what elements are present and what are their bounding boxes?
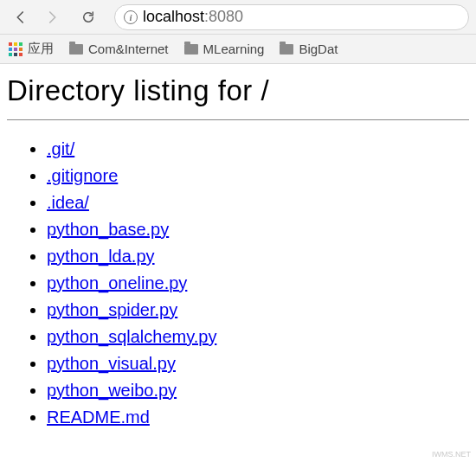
directory-list: .git/.gitignore.idea/python_base.pypytho… [7, 136, 469, 431]
arrow-left-icon [13, 10, 29, 25]
watermark: IWMS.NET [432, 450, 471, 459]
directory-link[interactable]: python_visual.py [47, 354, 176, 373]
bookmark-folder[interactable]: Com&Internet [69, 42, 169, 56]
reload-button[interactable] [74, 3, 102, 31]
folder-icon [184, 44, 198, 55]
folder-icon [280, 44, 293, 55]
bookmark-folder[interactable]: MLearning [184, 42, 265, 56]
directory-link[interactable]: python_weibo.py [47, 381, 177, 400]
list-item: python_lda.py [47, 243, 469, 270]
list-item: README.md [47, 404, 469, 431]
apps-label: 应用 [28, 41, 54, 57]
page-content: Directory listing for / .git/.gitignore.… [0, 64, 476, 436]
back-button[interactable] [7, 3, 35, 31]
list-item: .idea/ [47, 189, 469, 216]
url-port: :8080 [204, 8, 243, 25]
arrow-right-icon [44, 10, 60, 25]
bookmark-label: Com&Internet [88, 42, 169, 56]
directory-link[interactable]: .idea/ [47, 193, 89, 212]
directory-link[interactable]: python_lda.py [47, 247, 155, 266]
list-item: python_weibo.py [47, 377, 469, 404]
list-item: python_base.py [47, 216, 469, 243]
directory-link[interactable]: README.md [47, 407, 150, 427]
horizontal-rule [7, 119, 469, 120]
bookmark-label: BigDat [299, 42, 338, 56]
apps-icon [9, 42, 23, 56]
bookmark-label: MLearning [203, 42, 265, 56]
list-item: .git/ [47, 136, 469, 163]
url-host: localhost [143, 8, 204, 25]
directory-link[interactable]: python_spider.py [47, 300, 177, 319]
url-text: localhost:8080 [143, 8, 243, 26]
reload-icon [80, 10, 96, 25]
address-bar[interactable]: localhost:8080 [114, 4, 469, 30]
directory-link[interactable]: .git/ [47, 139, 74, 158]
browser-toolbar: localhost:8080 [0, 0, 476, 35]
bookmarks-bar: 应用 Com&Internet MLearning BigDat [0, 35, 476, 64]
info-icon[interactable] [124, 10, 138, 24]
list-item: python_visual.py [47, 350, 469, 377]
page-title: Directory listing for / [7, 74, 469, 107]
apps-button[interactable]: 应用 [9, 41, 54, 57]
list-item: python_spider.py [47, 297, 469, 324]
bookmark-folder[interactable]: BigDat [280, 42, 338, 56]
list-item: .gitignore [47, 163, 469, 189]
directory-link[interactable]: python_oneline.py [47, 273, 187, 292]
directory-link[interactable]: .gitignore [47, 166, 118, 185]
list-item: python_sqlalchemy.py [47, 324, 469, 350]
list-item: python_oneline.py [47, 270, 469, 297]
folder-icon [69, 44, 83, 55]
forward-button[interactable] [38, 3, 66, 31]
directory-link[interactable]: python_base.py [47, 220, 169, 239]
directory-link[interactable]: python_sqlalchemy.py [47, 327, 216, 346]
